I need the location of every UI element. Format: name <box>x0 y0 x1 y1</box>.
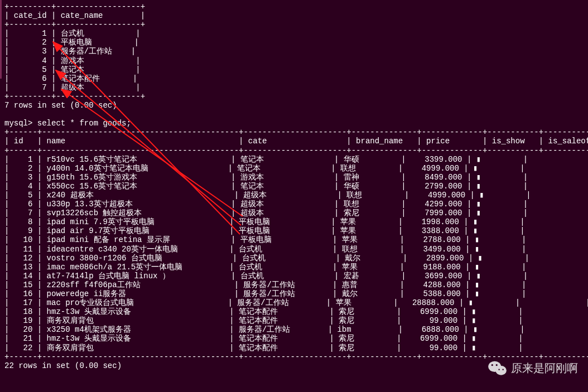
terminal-output: +---------+------------------+ | cate_id… <box>0 0 588 372</box>
svg-point-5 <box>495 366 506 375</box>
watermark-text: 原来是阿刚啊 <box>511 362 578 375</box>
sidebar-decoration <box>0 0 2 392</box>
svg-point-8 <box>498 369 499 370</box>
svg-point-7 <box>496 364 498 366</box>
watermark: 原来是阿刚啊 <box>488 360 578 376</box>
svg-point-9 <box>502 369 503 370</box>
wechat-icon <box>488 360 508 376</box>
svg-point-6 <box>491 364 493 366</box>
